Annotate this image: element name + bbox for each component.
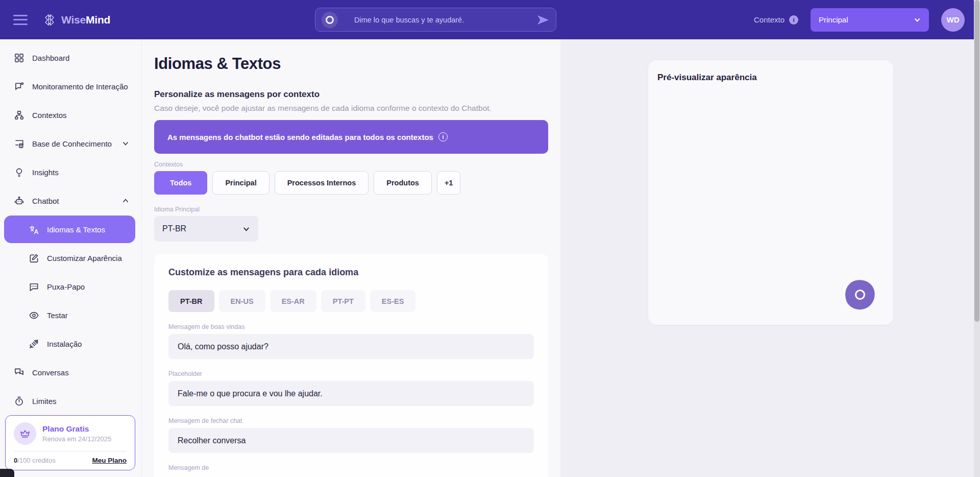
assistant-orb-icon bbox=[322, 12, 338, 28]
edit-icon bbox=[29, 253, 39, 264]
sidebar-item-monitoramento[interactable]: Monitoramento de Interação bbox=[0, 72, 141, 101]
primary-language-label: Idioma Principal bbox=[154, 206, 548, 213]
assistant-search-bar bbox=[315, 8, 556, 32]
preview-card: Pré-visualizar aparência bbox=[648, 60, 893, 325]
user-avatar[interactable]: WD bbox=[941, 8, 965, 32]
messages-card-title: Customize as mensagens para cada idioma bbox=[168, 267, 534, 278]
language-tabs: PT-BR EN-US ES-AR PT-PT ES-ES bbox=[168, 290, 534, 312]
ring-icon bbox=[854, 289, 866, 300]
sidebar-item-base-conhecimento[interactable]: Base de Conhecimento bbox=[0, 129, 141, 158]
sidebar-item-conversas[interactable]: Conversas bbox=[0, 358, 141, 387]
banner-text: As mensagens do chatbot estão sendo edit… bbox=[167, 133, 433, 141]
tab-pt-pt[interactable]: PT-PT bbox=[321, 290, 365, 312]
contexts-banner: As mensagens do chatbot estão sendo edit… bbox=[154, 120, 548, 154]
crown-icon bbox=[14, 422, 36, 445]
context-label: Contexto bbox=[754, 15, 785, 24]
placeholder-input[interactable] bbox=[168, 381, 534, 406]
tab-pt-br[interactable]: PT-BR bbox=[168, 290, 214, 312]
translate-icon bbox=[29, 224, 39, 235]
chevron-down-icon bbox=[242, 225, 250, 233]
chat-launcher-button[interactable] bbox=[845, 280, 875, 309]
welcome-message-label: Mensagem de boas vindas bbox=[168, 323, 534, 330]
sidebar-item-instalacao[interactable]: Instalação bbox=[0, 329, 141, 358]
corner-widget[interactable] bbox=[0, 469, 14, 477]
topbar: WiseMind Contexto i Principal WD bbox=[0, 0, 980, 39]
chat-bubble-icon bbox=[29, 281, 39, 292]
launcher-blob bbox=[843, 277, 877, 312]
primary-language-value: PT-BR bbox=[162, 224, 186, 233]
menu-icon[interactable] bbox=[13, 15, 28, 25]
insights-icon bbox=[14, 167, 24, 178]
context-info-icon[interactable]: i bbox=[789, 15, 798, 25]
section-heading: Personalize as mensagens por contexto bbox=[154, 89, 548, 100]
context-cluster: Contexto i bbox=[754, 15, 798, 25]
chatbot-icon bbox=[14, 196, 24, 206]
assistant-input[interactable] bbox=[354, 16, 536, 24]
sidebar-item-insights[interactable]: Insights bbox=[0, 158, 141, 186]
plan-name: Plano Gratis bbox=[42, 424, 111, 434]
section-description: Caso deseje, você pode ajustar as mensag… bbox=[154, 104, 548, 113]
sidebar: Dashboard Monitoramento de Interação Con… bbox=[0, 39, 142, 477]
contexts-label: Contextos bbox=[154, 161, 548, 168]
close-chat-message-input[interactable] bbox=[168, 428, 534, 453]
next-field-label-partial: Mensagem de bbox=[168, 464, 534, 471]
context-select[interactable]: Principal bbox=[811, 8, 929, 32]
chevron-down-icon bbox=[122, 140, 129, 147]
chevron-up-icon bbox=[122, 197, 129, 204]
plan-credits: 0/100 créditos bbox=[14, 457, 56, 464]
sidebar-item-dashboard[interactable]: Dashboard bbox=[0, 43, 141, 72]
topbar-right: Contexto i Principal WD bbox=[754, 0, 965, 39]
send-icon[interactable] bbox=[536, 14, 550, 26]
my-plan-link[interactable]: Meu Plano bbox=[92, 457, 127, 464]
main-content: Idiomas & Textos Personalize as mensagen… bbox=[142, 39, 560, 477]
primary-language-select[interactable]: PT-BR bbox=[154, 216, 258, 242]
logo-mark-icon bbox=[42, 12, 57, 28]
preview-title: Pré-visualizar aparência bbox=[657, 73, 757, 83]
plan-renewal: Renova em 24/12/2025 bbox=[42, 435, 111, 443]
banner-info-icon[interactable]: i bbox=[438, 132, 448, 141]
dashboard-icon bbox=[14, 53, 24, 63]
conversations-icon bbox=[14, 367, 24, 378]
sidebar-item-chatbot[interactable]: Chatbot bbox=[0, 186, 141, 215]
page-scrollbar[interactable] bbox=[974, 0, 980, 477]
welcome-message-input[interactable] bbox=[168, 334, 534, 359]
context-filter-todos[interactable]: Todos bbox=[154, 171, 207, 195]
messages-card: Customize as mensagens para cada idioma … bbox=[154, 254, 548, 477]
context-select-value: Principal bbox=[819, 15, 848, 24]
context-filter-more[interactable]: +1 bbox=[437, 171, 461, 195]
sidebar-item-limites[interactable]: Limites bbox=[0, 387, 141, 415]
tab-es-es[interactable]: ES-ES bbox=[370, 290, 416, 312]
chevron-down-icon bbox=[914, 16, 921, 23]
close-chat-message-label: Mensagem de fechar chat bbox=[168, 417, 534, 424]
preview-region: Pré-visualizar aparência bbox=[560, 39, 980, 477]
context-filter-principal[interactable]: Principal bbox=[212, 171, 269, 195]
knowledge-base-icon bbox=[14, 138, 24, 149]
contexts-icon bbox=[14, 110, 24, 121]
divider bbox=[14, 451, 127, 451]
sidebar-item-testar[interactable]: Testar bbox=[0, 301, 141, 329]
eye-icon bbox=[29, 310, 39, 321]
page-title: Idiomas & Textos bbox=[154, 55, 548, 73]
sidebar-item-puxa-papo[interactable]: Puxa-Papo bbox=[0, 272, 141, 301]
sidebar-item-idiomas-textos[interactable]: Idiomas & Textos bbox=[4, 216, 135, 243]
timer-icon bbox=[14, 396, 24, 407]
app-logo: WiseMind bbox=[42, 12, 110, 28]
placeholder-label: Placeholder bbox=[168, 370, 534, 377]
tab-es-ar[interactable]: ES-AR bbox=[270, 290, 316, 312]
scrollbar-thumb[interactable] bbox=[974, 0, 979, 322]
logo-text: WiseMind bbox=[61, 14, 110, 26]
contexts-filter-row: Todos Principal Processos Internos Produ… bbox=[154, 171, 548, 195]
plan-card: Plano Gratis Renova em 24/12/2025 0/100 … bbox=[5, 415, 135, 470]
context-filter-processos-internos[interactable]: Processos Internos bbox=[275, 171, 369, 195]
context-filter-produtos[interactable]: Produtos bbox=[374, 171, 432, 195]
monitoring-icon bbox=[14, 81, 24, 92]
tab-en-us[interactable]: EN-US bbox=[219, 290, 265, 312]
sidebar-item-customizar-aparencia[interactable]: Customizar Aparência bbox=[0, 244, 141, 272]
install-plug-icon bbox=[29, 339, 39, 349]
sidebar-item-contextos[interactable]: Contextos bbox=[0, 101, 141, 129]
